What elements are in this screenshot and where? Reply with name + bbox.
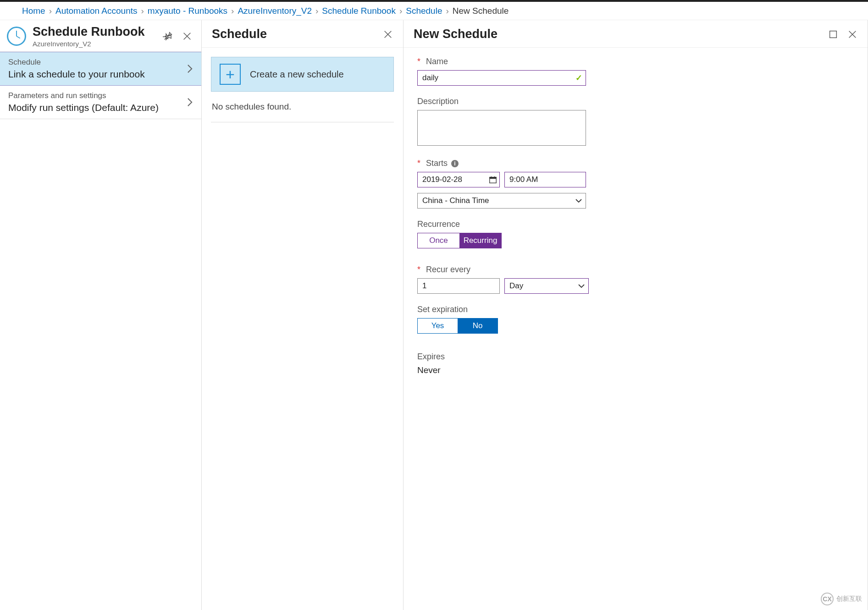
schedule-runbook-blade: Schedule Runbook AzureInventory_V2 Sched… — [0, 20, 202, 610]
close-icon[interactable] — [383, 29, 393, 39]
blade-title: Schedule Runbook — [33, 25, 163, 39]
recur-every-label: Recur every — [426, 265, 470, 275]
recur-unit-select[interactable]: Day — [504, 278, 589, 294]
create-label: Create a new schedule — [250, 69, 344, 80]
close-icon[interactable] — [847, 29, 857, 39]
chevron-right-icon — [187, 97, 193, 107]
menu-item-parameters[interactable]: Parameters and run settings Modify run s… — [0, 86, 201, 119]
blade-subtitle: AzureInventory_V2 — [33, 40, 163, 48]
blade-title: Schedule — [212, 27, 383, 41]
breadcrumb-item[interactable]: Schedule — [406, 6, 442, 16]
name-label: Name — [426, 57, 448, 66]
svg-rect-8 — [490, 177, 496, 179]
svg-rect-4 — [830, 31, 837, 38]
recurrence-toggle: Once Recurring — [417, 233, 502, 248]
timezone-select[interactable]: China - China Time — [417, 193, 586, 209]
chevron-right-icon: › — [231, 6, 234, 16]
new-schedule-blade: New Schedule *Name ✓ Description — [404, 20, 868, 610]
chevron-right-icon: › — [446, 6, 448, 16]
calendar-icon[interactable] — [489, 176, 497, 184]
breadcrumb-item[interactable]: AzureInventory_V2 — [238, 6, 312, 16]
pin-icon[interactable] — [163, 31, 173, 41]
create-new-schedule-button[interactable]: + Create a new schedule — [211, 57, 394, 92]
expires-value: Never — [417, 365, 854, 375]
menu-item-description: Link a schedule to your runbook — [8, 69, 145, 80]
clock-icon — [7, 27, 26, 46]
plus-icon: + — [220, 64, 241, 85]
chevron-right-icon: › — [141, 6, 144, 16]
menu-item-label: Parameters and run settings — [8, 91, 159, 100]
menu-item-description: Modify run settings (Default: Azure) — [8, 102, 159, 113]
breadcrumb: Home › Automation Accounts › mxyauto - R… — [0, 2, 868, 20]
start-time-input[interactable] — [504, 172, 586, 187]
start-date-input[interactable] — [417, 172, 500, 187]
breadcrumb-item[interactable]: mxyauto - Runbooks — [148, 6, 227, 16]
menu-item-schedule[interactable]: Schedule Link a schedule to your runbook — [0, 52, 201, 86]
chevron-right-icon: › — [49, 6, 52, 16]
recurrence-label: Recurrence — [417, 220, 460, 229]
expires-label: Expires — [417, 352, 445, 362]
chevron-right-icon: › — [315, 6, 318, 16]
breadcrumb-item[interactable]: Home — [22, 6, 45, 16]
breadcrumb-item[interactable]: Automation Accounts — [55, 6, 138, 16]
breadcrumb-item[interactable]: Schedule Runbook — [322, 6, 396, 16]
checkmark-icon: ✓ — [575, 73, 582, 83]
expiration-no-button[interactable]: No — [458, 319, 498, 333]
breadcrumb-current: New Schedule — [453, 6, 509, 16]
set-expiration-label: Set expiration — [417, 305, 468, 314]
chevron-right-icon — [187, 64, 193, 74]
maximize-icon[interactable] — [828, 29, 838, 39]
recur-value-input[interactable] — [417, 278, 500, 294]
recurrence-once-button[interactable]: Once — [418, 233, 459, 248]
empty-state-text: No schedules found. — [211, 92, 394, 122]
menu-item-label: Schedule — [8, 58, 145, 67]
starts-label: Starts — [426, 159, 448, 168]
watermark: CX创新互联 — [821, 593, 862, 605]
expiration-toggle: Yes No — [417, 318, 498, 334]
chevron-right-icon: › — [399, 6, 402, 16]
name-input[interactable] — [417, 70, 586, 86]
recurrence-recurring-button[interactable]: Recurring — [459, 233, 501, 248]
description-input[interactable] — [417, 110, 586, 146]
expiration-yes-button[interactable]: Yes — [418, 319, 458, 333]
schedule-blade: Schedule + Create a new schedule No sche… — [202, 20, 404, 610]
description-label: Description — [417, 97, 459, 106]
blade-title: New Schedule — [414, 27, 828, 41]
info-icon[interactable]: i — [451, 160, 459, 167]
close-icon[interactable] — [182, 31, 192, 41]
